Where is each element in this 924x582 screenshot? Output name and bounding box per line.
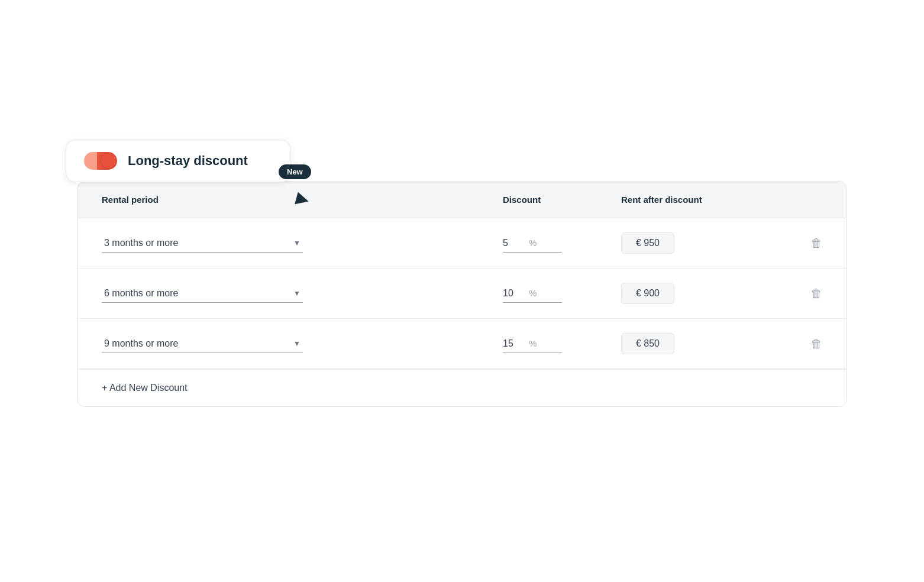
discount-input-2[interactable] (503, 288, 526, 299)
new-badge: New (279, 164, 311, 179)
trash-icon-3: 🗑 (810, 337, 822, 351)
long-stay-toggle[interactable] (84, 152, 117, 170)
rent-value-2: € 900 (621, 283, 674, 304)
percent-symbol-1: % (529, 238, 537, 248)
trash-icon-2: 🗑 (810, 287, 822, 300)
period-dropdown-3[interactable]: 9 months or more ▼ (102, 335, 303, 353)
rent-value-1: € 950 (621, 232, 674, 254)
trash-icon-1: 🗑 (810, 237, 822, 250)
toggle-label: Long-stay discount (128, 153, 248, 169)
delete-row-1[interactable]: 🗑 (775, 237, 822, 250)
rent-value-3: € 850 (621, 333, 674, 354)
table-row: 6 months or more ▼ % € 900 🗑 (78, 269, 846, 319)
header-actions (775, 195, 822, 205)
discount-table-panel: Rental period Discount Rent after discou… (77, 181, 847, 407)
header-rent: Rent after discount (621, 195, 775, 205)
chevron-down-icon-2: ▼ (293, 289, 301, 298)
period-dropdown-2[interactable]: 6 months or more ▼ (102, 284, 303, 303)
table-row: 9 months or more ▼ % € 850 🗑 (78, 319, 846, 369)
discount-input-1[interactable] (503, 238, 526, 248)
header-discount: Discount (503, 195, 621, 205)
period-value-1: 3 months or more (104, 238, 289, 248)
percent-symbol-2: % (529, 288, 537, 298)
add-discount-row: + Add New Discount (78, 369, 846, 406)
table-row: 3 months or more ▼ % € 950 🗑 (78, 218, 846, 269)
delete-row-3[interactable]: 🗑 (775, 337, 822, 351)
discount-input-3[interactable] (503, 338, 526, 349)
long-stay-discount-card: Long-stay discount (66, 140, 290, 182)
discount-field-2: % (503, 284, 562, 303)
period-value-2: 6 months or more (104, 288, 289, 299)
rent-display-1: € 950 (621, 232, 775, 254)
discount-field-3: % (503, 335, 562, 353)
rent-display-3: € 850 (621, 333, 775, 354)
discount-field-1: % (503, 234, 562, 253)
add-new-discount-button[interactable]: + Add New Discount (102, 383, 188, 393)
rent-display-2: € 900 (621, 283, 775, 304)
delete-row-2[interactable]: 🗑 (775, 287, 822, 300)
period-dropdown-1[interactable]: 3 months or more ▼ (102, 234, 303, 253)
chevron-down-icon-3: ▼ (293, 340, 301, 348)
chevron-down-icon-1: ▼ (293, 239, 301, 247)
period-value-3: 9 months or more (104, 338, 289, 349)
percent-symbol-3: % (529, 338, 537, 348)
table-header: Rental period Discount Rent after discou… (78, 182, 846, 218)
